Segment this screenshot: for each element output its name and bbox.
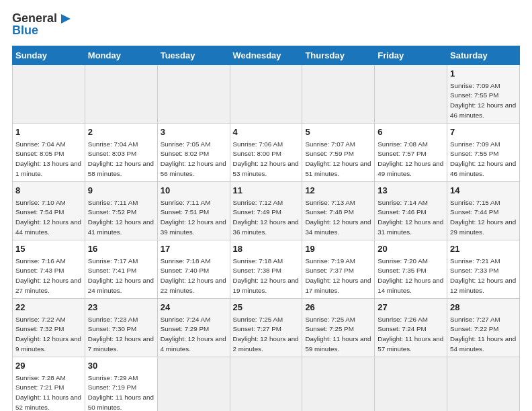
calendar-week-0: 1Sunrise: 7:09 AMSunset: 7:55 PMDaylight…: [13, 64, 520, 123]
calendar-cell: [230, 64, 302, 123]
calendar-cell: 5Sunrise: 7:07 AMSunset: 7:59 PMDaylight…: [302, 123, 375, 181]
sunrise-info: Sunrise: 7:28 AM: [15, 374, 66, 381]
sunrise-info: Sunrise: 7:11 AM: [161, 199, 211, 206]
sunrise-info: Sunrise: 7:18 AM: [233, 257, 283, 265]
calendar-cell: [302, 357, 375, 411]
daylight-info: Daylight: 12 hours and 46 minutes.: [450, 101, 516, 119]
calendar-cell: [85, 64, 157, 123]
day-number: 2: [88, 126, 154, 138]
sunrise-info: Sunrise: 7:17 AM: [88, 257, 138, 265]
calendar-cell: 4Sunrise: 7:06 AMSunset: 8:00 PMDaylight…: [230, 123, 302, 181]
calendar-cell: 26Sunrise: 7:25 AMSunset: 7:25 PMDayligh…: [302, 298, 375, 357]
sunset-info: Sunset: 7:33 PM: [450, 267, 498, 274]
sunrise-info: Sunrise: 7:19 AM: [305, 257, 355, 265]
calendar-week-4: 22Sunrise: 7:22 AMSunset: 7:32 PMDayligh…: [13, 298, 520, 357]
calendar-cell: 19Sunrise: 7:19 AMSunset: 7:37 PMDayligh…: [302, 240, 375, 298]
logo-triangle-icon: [58, 13, 71, 25]
daylight-info: Daylight: 12 hours and 53 minutes.: [233, 160, 299, 177]
daylight-info: Daylight: 12 hours and 34 minutes.: [305, 218, 371, 236]
calendar-cell: 24Sunrise: 7:24 AMSunset: 7:29 PMDayligh…: [157, 298, 230, 357]
sunrise-info: Sunrise: 7:07 AM: [305, 140, 355, 148]
daylight-info: Daylight: 11 hours and 52 minutes.: [15, 394, 81, 411]
calendar-cell: 29Sunrise: 7:28 AMSunset: 7:21 PMDayligh…: [13, 357, 85, 411]
daylight-info: Daylight: 12 hours and 39 minutes.: [161, 218, 226, 236]
header-cell-friday: Friday: [375, 46, 447, 64]
day-number: 26: [305, 302, 371, 314]
calendar-cell: 7Sunrise: 7:09 AMSunset: 7:55 PMDaylight…: [447, 123, 520, 181]
calendar-cell: [157, 357, 230, 411]
daylight-info: Daylight: 12 hours and 9 minutes.: [15, 335, 81, 353]
sunset-info: Sunset: 7:19 PM: [88, 383, 136, 391]
sunset-info: Sunset: 7:30 PM: [88, 325, 136, 332]
calendar-cell: 13Sunrise: 7:14 AMSunset: 7:46 PMDayligh…: [375, 181, 447, 240]
calendar-cell: 25Sunrise: 7:25 AMSunset: 7:27 PMDayligh…: [230, 298, 302, 357]
sunrise-info: Sunrise: 7:29 AM: [88, 374, 138, 381]
calendar-cell: 12Sunrise: 7:13 AMSunset: 7:48 PMDayligh…: [302, 181, 375, 240]
day-number: 25: [233, 302, 300, 314]
calendar-cell: 20Sunrise: 7:20 AMSunset: 7:35 PMDayligh…: [375, 240, 447, 298]
sunrise-info: Sunrise: 7:23 AM: [88, 316, 138, 323]
daylight-info: Daylight: 12 hours and 27 minutes.: [15, 277, 81, 294]
day-number: 29: [15, 360, 82, 372]
daylight-info: Daylight: 12 hours and 14 minutes.: [378, 277, 443, 294]
sunrise-info: Sunrise: 7:25 AM: [233, 316, 283, 323]
calendar-cell: 8Sunrise: 7:10 AMSunset: 7:54 PMDaylight…: [13, 181, 85, 240]
day-number: 16: [88, 243, 154, 255]
calendar-cell: 9Sunrise: 7:11 AMSunset: 7:52 PMDaylight…: [85, 181, 157, 240]
header-cell-sunday: Sunday: [13, 46, 85, 64]
sunset-info: Sunset: 7:32 PM: [15, 325, 64, 332]
sunrise-info: Sunrise: 7:25 AM: [305, 316, 355, 323]
daylight-info: Daylight: 12 hours and 22 minutes.: [161, 277, 226, 294]
logo: General Blue: [12, 12, 71, 38]
calendar-cell: 11Sunrise: 7:12 AMSunset: 7:49 PMDayligh…: [230, 181, 302, 240]
sunrise-info: Sunrise: 7:04 AM: [15, 140, 66, 148]
calendar-cell: 17Sunrise: 7:18 AMSunset: 7:40 PMDayligh…: [157, 240, 230, 298]
calendar-cell: 10Sunrise: 7:11 AMSunset: 7:51 PMDayligh…: [157, 181, 230, 240]
daylight-info: Daylight: 12 hours and 44 minutes.: [15, 218, 81, 236]
header: General Blue: [12, 12, 520, 38]
daylight-info: Daylight: 12 hours and 7 minutes.: [88, 335, 154, 353]
daylight-info: Daylight: 12 hours and 29 minutes.: [450, 218, 516, 236]
header-cell-tuesday: Tuesday: [157, 46, 230, 64]
day-number: 5: [305, 126, 371, 138]
sunrise-info: Sunrise: 7:14 AM: [378, 199, 428, 206]
daylight-info: Daylight: 12 hours and 49 minutes.: [378, 160, 443, 177]
day-number: 7: [450, 126, 517, 138]
calendar-cell: [375, 64, 447, 123]
sunset-info: Sunset: 7:48 PM: [305, 208, 353, 216]
sunset-info: Sunset: 7:43 PM: [15, 267, 64, 274]
calendar-week-3: 15Sunrise: 7:16 AMSunset: 7:43 PMDayligh…: [13, 240, 520, 298]
sunrise-info: Sunrise: 7:26 AM: [378, 316, 428, 323]
calendar-cell: 15Sunrise: 7:16 AMSunset: 7:43 PMDayligh…: [13, 240, 85, 298]
daylight-info: Daylight: 11 hours and 59 minutes.: [305, 335, 371, 353]
sunrise-info: Sunrise: 7:05 AM: [161, 140, 211, 148]
day-number: 1: [450, 68, 517, 80]
sunrise-info: Sunrise: 7:09 AM: [450, 140, 500, 148]
day-number: 17: [161, 243, 227, 255]
day-number: 13: [378, 185, 444, 197]
calendar-cell: [447, 357, 520, 411]
calendar-cell: [13, 64, 85, 123]
calendar-week-1: 1Sunrise: 7:04 AMSunset: 8:05 PMDaylight…: [13, 123, 520, 181]
sunset-info: Sunset: 7:21 PM: [15, 383, 64, 391]
sunrise-info: Sunrise: 7:15 AM: [450, 199, 500, 206]
daylight-info: Daylight: 12 hours and 41 minutes.: [88, 218, 154, 236]
day-number: 23: [88, 302, 154, 314]
calendar-cell: 1Sunrise: 7:09 AMSunset: 7:55 PMDaylight…: [447, 64, 520, 123]
calendar-header: SundayMondayTuesdayWednesdayThursdayFrid…: [13, 46, 520, 64]
sunset-info: Sunset: 7:51 PM: [161, 208, 209, 216]
calendar-cell: 27Sunrise: 7:26 AMSunset: 7:24 PMDayligh…: [375, 298, 447, 357]
daylight-info: Daylight: 13 hours and 1 minute.: [15, 160, 81, 177]
calendar-cell: 21Sunrise: 7:21 AMSunset: 7:33 PMDayligh…: [447, 240, 520, 298]
svg-marker-0: [61, 14, 71, 24]
day-number: 22: [15, 302, 82, 314]
sunrise-info: Sunrise: 7:08 AM: [378, 140, 428, 148]
sunset-info: Sunset: 7:27 PM: [233, 325, 281, 332]
calendar-cell: 18Sunrise: 7:18 AMSunset: 7:38 PMDayligh…: [230, 240, 302, 298]
sunset-info: Sunset: 7:25 PM: [305, 325, 353, 332]
sunrise-info: Sunrise: 7:04 AM: [88, 140, 138, 148]
calendar-table: SundayMondayTuesdayWednesdayThursdayFrid…: [12, 46, 520, 411]
sunset-info: Sunset: 7:24 PM: [378, 325, 426, 332]
sunset-info: Sunset: 7:59 PM: [305, 150, 353, 157]
sunset-info: Sunset: 7:35 PM: [378, 267, 426, 274]
